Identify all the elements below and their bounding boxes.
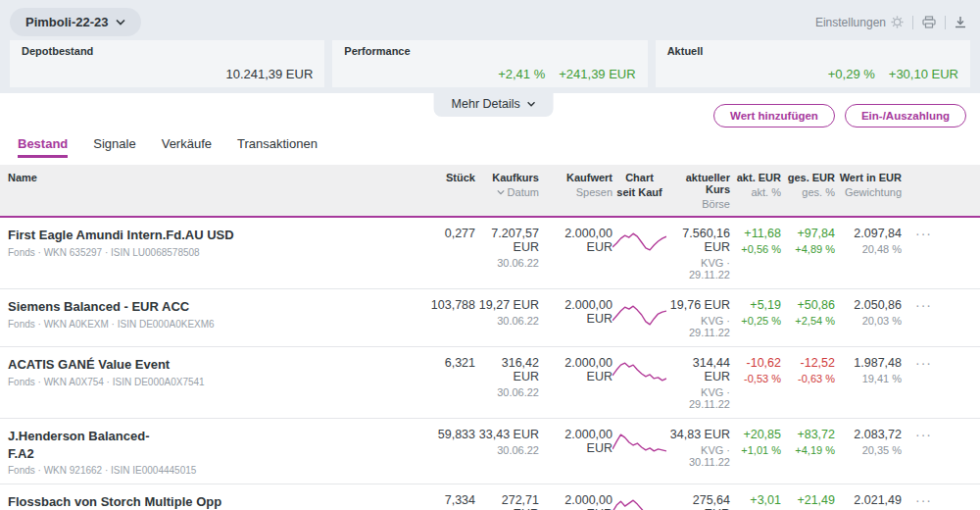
row-menu-button[interactable]: ···: [902, 227, 980, 240]
col-chart[interactable]: Chartseit Kauf: [612, 172, 666, 198]
fund-meta: Fonds · WKN A0KEXM · ISIN DE000A0KEXM6: [8, 319, 421, 330]
row-menu-button[interactable]: ···: [902, 298, 980, 312]
kaufkurs-cell: 7.207,57 EUR30.06.22: [475, 227, 539, 269]
card-label: Depotbestand: [22, 45, 313, 57]
row-menu-button[interactable]: ···: [902, 493, 980, 507]
col-wert-in-eur[interactable]: Wert in EURGewichtung: [835, 172, 902, 198]
header-top-row: Pimboli-22-23 Einstellungen: [0, 0, 980, 40]
fund-cell: Flossbach von Storch Multiple Opp R Fond…: [0, 493, 421, 510]
header-band: Pimboli-22-23 Einstellungen Depotbestand…: [0, 0, 980, 93]
row-menu-button[interactable]: ···: [902, 428, 980, 441]
card-label: Aktuell: [667, 45, 958, 57]
fund-name-link[interactable]: Siemens Balanced - EUR ACC: [8, 298, 421, 316]
kpi-cards: Depotbestand 10.241,39 EUR Performance +…: [0, 40, 980, 87]
stueck-cell: 0,277: [421, 227, 475, 240]
row-menu-button[interactable]: ···: [902, 356, 980, 370]
sort-desc-icon: [497, 189, 505, 195]
kaufwert-cell: 2.000,00 EUR: [539, 356, 612, 386]
gear-icon: [891, 16, 904, 28]
akt-eur-cell: +11,68+0,56 %: [730, 227, 781, 255]
col-kaufwert[interactable]: KaufwertSpesen: [539, 172, 612, 198]
ges-eur-cell: +21,49+1,07 %: [781, 493, 835, 510]
sparkline-chart[interactable]: [612, 428, 666, 459]
wert-cell: 2.097,8420,48 %: [835, 227, 902, 255]
printer-icon: [922, 16, 936, 28]
card-aktuell: Aktuell +0,29 % +30,10 EUR: [656, 40, 970, 87]
fund-cell: Siemens Balanced - EUR ACC Fonds · WKN A…: [0, 298, 421, 330]
aktuell-value: +30,10 EUR: [889, 67, 958, 81]
aktueller-kurs-cell: 314,44 EURKVG · 29.11.22: [666, 356, 730, 410]
fund-name-link[interactable]: First Eagle Amundi Intern.Fd.AU USD: [8, 227, 421, 244]
portfolio-app: { "colors": {"accent":"#a6399c","positiv…: [0, 0, 980, 510]
fund-name-link[interactable]: J.Henderson Balanced- F.A2: [8, 428, 421, 462]
aktueller-kurs-cell: 19,76 EURKVG · 29.11.22: [666, 298, 730, 338]
settings-button[interactable]: Einstellungen: [815, 16, 904, 29]
tab-verkaeufe[interactable]: Verkäufe: [162, 136, 212, 158]
table-row: First Eagle Amundi Intern.Fd.AU USD Fond…: [0, 218, 980, 289]
stueck-cell: 6,321: [421, 356, 475, 370]
ges-eur-cell: +83,72+4,19 %: [781, 428, 835, 456]
stueck-cell: 7,334: [421, 493, 475, 507]
table-row: Flossbach von Storch Multiple Opp R Fond…: [0, 484, 980, 510]
ges-eur-cell: -12,52-0,63 %: [781, 356, 835, 384]
card-label: Performance: [344, 45, 635, 57]
tab-transaktionen[interactable]: Transaktionen: [237, 136, 318, 158]
col-stueck[interactable]: Stück: [421, 172, 475, 183]
wert-cell: 2.021,4919,73 %: [835, 493, 902, 510]
table-row: J.Henderson Balanced- F.A2 Fonds · WKN 9…: [0, 419, 980, 484]
wert-cell: 1.987,4819,41 %: [835, 356, 902, 384]
table-row: Siemens Balanced - EUR ACC Fonds · WKN A…: [0, 289, 980, 347]
tab-bestand[interactable]: Bestand: [18, 136, 68, 158]
col-aktueller-kurs[interactable]: aktueller KursBörse: [666, 172, 730, 210]
kaufkurs-cell: 272,71 EUR30.06.22: [475, 493, 539, 510]
sparkline-chart[interactable]: [612, 298, 666, 330]
ges-eur-cell: +97,84+4,89 %: [781, 227, 835, 255]
fund-meta: Fonds · WKN 635297 · ISIN LU0068578508: [8, 247, 421, 258]
fund-name-link[interactable]: ACATIS GANÉ Value Event: [8, 356, 421, 374]
portfolio-name: Pimboli-22-23: [25, 15, 109, 29]
performance-pct: +2,41 %: [498, 67, 545, 81]
fund-meta: Fonds · WKN 921662 · ISIN IE0004445015: [8, 465, 421, 476]
col-akt-eur[interactable]: akt. EURakt. %: [730, 172, 781, 198]
stueck-cell: 59,833: [421, 428, 475, 441]
akt-eur-cell: +20,85+1,01 %: [730, 428, 781, 456]
fund-name-link[interactable]: Flossbach von Storch Multiple Opp R: [8, 493, 421, 510]
akt-eur-cell: -10,62-0,53 %: [730, 356, 781, 384]
col-name[interactable]: Name: [0, 172, 421, 183]
kaufwert-cell: 2.000,00 EUR: [539, 298, 612, 329]
header-tools: Einstellungen: [815, 16, 966, 29]
wert-cell: 2.050,8620,03 %: [835, 298, 902, 327]
divider: [945, 16, 946, 29]
fund-cell: J.Henderson Balanced- F.A2 Fonds · WKN 9…: [0, 428, 421, 476]
fund-cell: First Eagle Amundi Intern.Fd.AU USD Fond…: [0, 227, 421, 258]
print-button[interactable]: [922, 16, 936, 28]
actions-row: Wert hinzufügen Ein-/Auszahlung: [0, 93, 980, 136]
stueck-cell: 103,788: [421, 298, 475, 312]
performance-value: +241,39 EUR: [559, 67, 635, 81]
card-depotbestand: Depotbestand 10.241,39 EUR: [10, 40, 324, 87]
col-kaufkurs[interactable]: Kaufkurs Datum: [475, 172, 539, 198]
aktueller-kurs-cell: 7.560,16 EURKVG · 29.11.22: [666, 227, 730, 280]
cash-in-out-button[interactable]: Ein-/Auszahlung: [845, 104, 966, 128]
ges-eur-cell: +50,86+2,54 %: [781, 298, 835, 327]
download-button[interactable]: [955, 16, 966, 28]
portfolio-selector[interactable]: Pimboli-22-23: [10, 8, 141, 36]
col-ges-eur[interactable]: ges. EURges. %: [781, 172, 835, 198]
kaufkurs-cell: 19,27 EUR30.06.22: [475, 298, 539, 327]
akt-eur-cell: +3,01+0,15 %: [730, 493, 781, 510]
kaufwert-cell: 2.000,00 EUR: [539, 227, 612, 257]
fund-cell: ACATIS GANÉ Value Event Fonds · WKN A0X7…: [0, 356, 421, 387]
sparkline-chart[interactable]: [612, 356, 666, 387]
chevron-down-icon: [116, 19, 125, 26]
aktueller-kurs-cell: 34,83 EURKVG · 30.11.22: [666, 428, 730, 468]
akt-eur-cell: +5,19+0,25 %: [730, 298, 781, 327]
depot-value: 10.241,39 EUR: [225, 67, 313, 81]
tab-signale[interactable]: Signale: [93, 136, 135, 158]
sparkline-chart[interactable]: [612, 493, 666, 510]
add-value-button[interactable]: Wert hinzufügen: [713, 104, 835, 128]
table-header: Name Stück Kaufkurs Datum KaufwertSpesen…: [0, 165, 980, 218]
sparkline-chart[interactable]: [612, 227, 666, 258]
kaufkurs-cell: 316,42 EUR30.06.22: [475, 356, 539, 398]
fund-meta: Fonds · WKN A0X754 · ISIN DE000A0X7541: [8, 377, 421, 387]
card-performance: Performance +2,41 % +241,39 EUR: [332, 40, 647, 87]
